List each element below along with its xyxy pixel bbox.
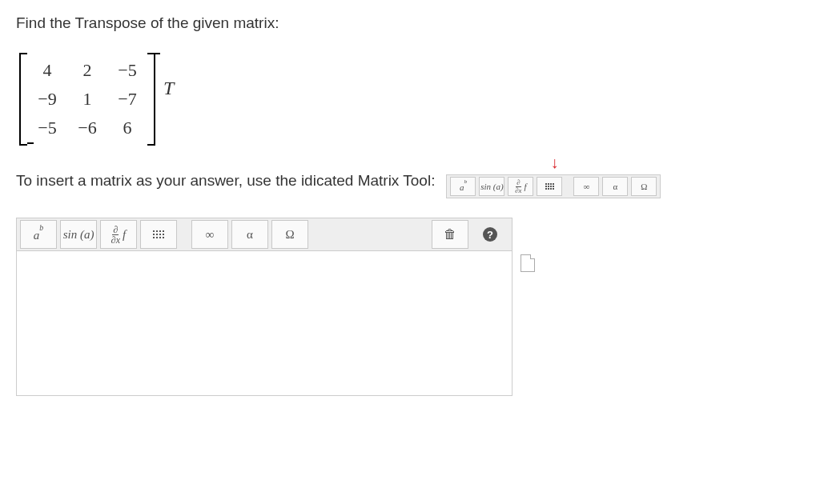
trig-button[interactable]: sin (a) (479, 177, 504, 196)
clear-button[interactable] (432, 220, 468, 249)
matrix-cell: −5 (107, 56, 147, 85)
matrix-grid-icon (545, 183, 554, 190)
answer-editor: ab sin (a) ∂∂x f ∞ α Ω ? (16, 218, 512, 396)
matrix-cell: 4 (27, 56, 67, 85)
question-icon: ? (483, 227, 497, 242)
alpha-button[interactable]: α (231, 220, 268, 249)
calculus-button[interactable]: ∂∂x f (100, 220, 137, 249)
matrix-cell: −7 (107, 85, 147, 114)
omega-button[interactable]: Ω (271, 220, 308, 249)
power-button[interactable]: ab (450, 177, 476, 196)
matrix-cell: 6 (107, 114, 147, 142)
answer-input-area[interactable] (16, 251, 512, 396)
matrix-cell: −6 (67, 114, 107, 142)
transpose-exponent: T (163, 78, 174, 99)
insert-instruction: To insert a matrix as your answer, use t… (16, 172, 435, 190)
matrix-cell: 2 (67, 56, 107, 85)
matrix-expression: 4 2 −5 −9 1 −7 −5 −6 6 T (19, 53, 804, 146)
matrix-row: −5 −6 6 (27, 114, 147, 142)
matrix-cell: −9 (27, 85, 67, 114)
question-prompt: Find the Transpose of the given matrix: (16, 14, 804, 32)
trig-button[interactable]: sin (a) (60, 220, 97, 249)
matrix-cell: −5 (27, 114, 67, 142)
infinity-button[interactable]: ∞ (191, 220, 228, 249)
matrix-body: 4 2 −5 −9 1 −7 −5 −6 6 (19, 53, 155, 146)
matrix-row: −9 1 −7 (27, 85, 147, 114)
alpha-button[interactable]: α (602, 177, 628, 196)
editor-toolbar: ab sin (a) ∂∂x f ∞ α Ω ? (16, 218, 512, 251)
matrix-cell: 1 (67, 85, 107, 114)
matrix-tool-button[interactable] (140, 220, 177, 249)
power-button[interactable]: ab (20, 220, 57, 249)
page-icon[interactable] (521, 254, 535, 272)
trash-icon (444, 227, 456, 242)
infinity-button[interactable]: ∞ (573, 177, 599, 196)
omega-button[interactable]: Ω (631, 177, 657, 196)
matrix-row: 4 2 −5 (27, 56, 147, 85)
help-button[interactable]: ? (472, 220, 508, 249)
arrow-down-icon: ↓ (550, 154, 558, 172)
calculus-button[interactable]: ∂∂x f (508, 177, 533, 196)
hint-toolbar: ab sin (a) ∂∂x f ∞ α Ω (446, 174, 661, 198)
matrix-grid-icon (153, 230, 164, 238)
matrix-tool-button[interactable] (537, 177, 562, 196)
